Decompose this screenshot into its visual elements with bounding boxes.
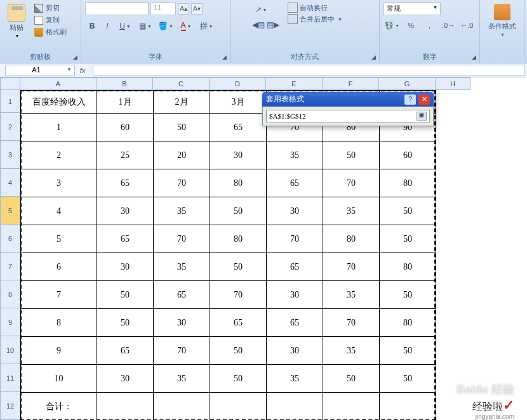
table-cell[interactable]: 50 — [97, 281, 154, 309]
table-cell[interactable]: 50 — [323, 365, 380, 393]
table-cell[interactable]: 70 — [267, 225, 323, 253]
number-format-select[interactable]: 常规 — [384, 3, 441, 15]
table-cell[interactable]: 合计： — [21, 393, 97, 421]
row-header[interactable]: 12 — [0, 392, 20, 420]
table-cell[interactable]: 30 — [154, 309, 210, 337]
table-cell[interactable]: 35 — [267, 141, 323, 169]
wrap-text-button[interactable]: 自动换行 — [288, 3, 342, 13]
table-cell[interactable]: 5 — [21, 225, 97, 253]
table-cell[interactable]: 80 — [380, 169, 436, 197]
table-cell[interactable]: 80 — [210, 169, 267, 197]
table-cell[interactable]: 20 — [154, 141, 210, 169]
table-cell[interactable]: 80 — [380, 253, 436, 281]
table-cell[interactable]: 70 — [323, 253, 380, 281]
table-cell[interactable]: 50 — [97, 309, 154, 337]
table-cell[interactable]: 80 — [323, 225, 380, 253]
col-header[interactable]: A — [20, 77, 97, 90]
table-cell[interactable] — [267, 393, 323, 421]
table-cell[interactable]: 3 — [21, 169, 97, 197]
table-cell[interactable]: 30 — [97, 197, 154, 225]
table-cell[interactable]: 70 — [323, 309, 380, 337]
range-input[interactable] — [266, 110, 430, 122]
align-bottom-button[interactable] — [246, 3, 251, 16]
table-cell[interactable]: 35 — [323, 281, 380, 309]
table-cell[interactable]: 35 — [267, 365, 323, 393]
font-color-button[interactable]: A▼ — [177, 19, 196, 33]
table-cell[interactable]: 50 — [210, 197, 267, 225]
table-header-cell[interactable]: 百度经验收入 — [21, 91, 97, 114]
table-cell[interactable]: 35 — [323, 197, 380, 225]
dialog-launcher-icon[interactable]: ◢ — [470, 53, 477, 61]
table-cell[interactable]: 65 — [97, 225, 154, 253]
table-cell[interactable]: 65 — [267, 169, 323, 197]
merge-center-button[interactable]: 合并后居中▼ — [288, 14, 342, 24]
table-cell[interactable]: 65 — [97, 169, 154, 197]
decrease-decimal-button[interactable]: ←.0 — [458, 18, 476, 32]
col-header[interactable]: D — [210, 77, 266, 90]
range-picker-icon[interactable]: ▦ — [417, 112, 427, 121]
table-cell[interactable]: 80 — [380, 309, 436, 337]
underline-button[interactable]: U▼ — [116, 19, 135, 33]
fill-color-button[interactable]: 🪣▼ — [156, 19, 175, 33]
table-cell[interactable]: 50 — [380, 365, 436, 393]
table-cell[interactable]: 50 — [380, 281, 436, 309]
col-header[interactable]: G — [379, 77, 436, 90]
align-top-button[interactable] — [234, 3, 239, 16]
conditional-formatting-button[interactable]: 条件格式 ▼ — [484, 3, 520, 38]
col-header[interactable]: F — [323, 77, 379, 90]
table-cell[interactable]: 35 — [154, 253, 210, 281]
table-header-cell[interactable]: 3月 — [210, 91, 267, 114]
table-cell[interactable]: 80 — [210, 225, 267, 253]
table-cell[interactable]: 7 — [21, 281, 97, 309]
table-cell[interactable]: 2 — [21, 141, 97, 169]
row-header[interactable]: 10 — [0, 336, 20, 364]
row-header[interactable]: 11 — [0, 364, 20, 392]
table-cell[interactable] — [380, 393, 436, 421]
table-cell[interactable]: 25 — [97, 141, 154, 169]
increase-indent-button[interactable]: ▤▶ — [266, 18, 280, 32]
table-cell[interactable]: 65 — [97, 337, 154, 365]
table-cell[interactable]: 65 — [154, 281, 210, 309]
table-cell[interactable]: 10 — [21, 365, 97, 393]
table-cell[interactable]: 50 — [380, 197, 436, 225]
decrease-indent-button[interactable]: ◀▤ — [251, 18, 265, 32]
table-cell[interactable]: 65 — [210, 114, 267, 141]
table-cell[interactable]: 70 — [154, 337, 210, 365]
table-cell[interactable]: 50 — [210, 253, 267, 281]
dialog-help-button[interactable]: ? — [404, 95, 416, 105]
italic-button[interactable]: I — [100, 19, 114, 33]
table-cell[interactable]: 30 — [267, 337, 323, 365]
table-cell[interactable]: 70 — [154, 225, 210, 253]
table-cell[interactable]: 70 — [323, 169, 380, 197]
row-header[interactable]: 8 — [0, 280, 20, 308]
row-header[interactable]: 5 — [0, 197, 20, 225]
name-box[interactable]: A1 — [5, 65, 75, 76]
table-cell[interactable]: 70 — [210, 281, 267, 309]
table-cell[interactable] — [97, 393, 154, 421]
table-cell[interactable] — [323, 393, 380, 421]
format-painter-button[interactable]: 格式刷 — [33, 27, 68, 37]
fx-button[interactable]: fx — [75, 67, 90, 74]
table-cell[interactable]: 60 — [380, 141, 436, 169]
align-left-button[interactable] — [234, 18, 239, 32]
table-cell[interactable]: 50 — [154, 114, 210, 141]
table-cell[interactable]: 30 — [97, 253, 154, 281]
table-cell[interactable]: 50 — [380, 225, 436, 253]
table-cell[interactable]: 6 — [21, 253, 97, 281]
cut-button[interactable]: 剪切 — [33, 3, 68, 13]
row-header[interactable]: 3 — [0, 141, 20, 169]
table-cell[interactable]: 50 — [210, 337, 267, 365]
row-header[interactable]: 6 — [0, 225, 20, 253]
table-cell[interactable]: 30 — [267, 281, 323, 309]
percent-button[interactable]: % — [402, 18, 419, 32]
formula-input[interactable] — [93, 65, 524, 76]
table-cell[interactable]: 60 — [97, 114, 154, 141]
dialog-close-button[interactable]: ✕ — [418, 95, 430, 105]
grow-font-button[interactable]: A▴ — [178, 3, 189, 15]
border-button[interactable]: ▦▼ — [136, 19, 155, 33]
table-cell[interactable]: 65 — [210, 309, 267, 337]
row-header[interactable]: 2 — [0, 113, 20, 141]
row-header[interactable]: 4 — [0, 169, 20, 197]
col-header[interactable]: H — [436, 77, 470, 90]
align-right-button[interactable] — [246, 18, 251, 32]
